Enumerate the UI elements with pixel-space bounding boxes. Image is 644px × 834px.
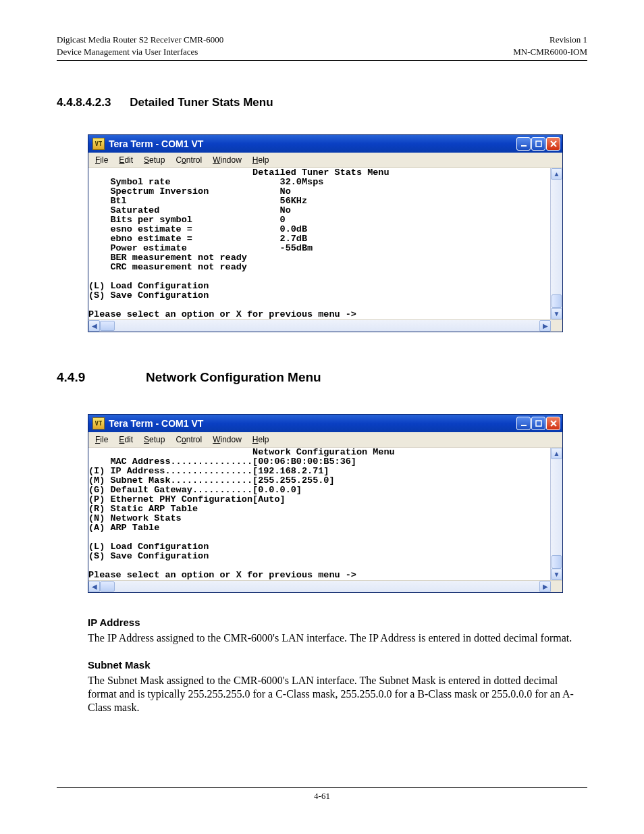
- menu-control[interactable]: Control: [171, 434, 206, 446]
- menu-help[interactable]: Help: [248, 434, 273, 446]
- menu-window[interactable]: Window: [209, 154, 246, 166]
- minimize-button[interactable]: [516, 137, 531, 151]
- svg-rect-3: [536, 421, 541, 426]
- resize-grip[interactable]: [551, 320, 562, 332]
- window-title: Tera Term - COM1 VT: [109, 138, 203, 149]
- svg-rect-0: [521, 145, 527, 147]
- vertical-scrollbar[interactable]: ▲ ▼: [550, 448, 562, 580]
- resize-grip[interactable]: [551, 581, 562, 592]
- section-number: 4.4.8.4.2.3: [57, 96, 111, 109]
- teraterm-icon: VT: [92, 138, 105, 150]
- terminal-output-tuner[interactable]: Detailed Tuner Stats Menu Symbol rate 32…: [88, 168, 550, 319]
- menu-file[interactable]: File: [91, 154, 112, 166]
- body-text: IP Address The IP Address assigned to th…: [88, 616, 587, 715]
- menu-window[interactable]: Window: [209, 434, 246, 446]
- scroll-right-button[interactable]: ▶: [539, 581, 551, 592]
- horizontal-scrollbar[interactable]: ◀ ▶: [88, 580, 562, 592]
- horizontal-scrollbar[interactable]: ◀ ▶: [88, 319, 562, 332]
- section-heading-network-config: 4.4.9 Network Configuration Menu: [57, 370, 587, 385]
- section-title: Detailed Tuner Stats Menu: [130, 96, 273, 109]
- footer-rule: [57, 787, 587, 788]
- scroll-down-button[interactable]: ▼: [551, 569, 562, 580]
- page-number: 4-61: [314, 791, 330, 801]
- terminal-output-network[interactable]: Network Configuration Menu MAC Address..…: [88, 448, 550, 580]
- window-titlebar[interactable]: VT Tera Term - COM1 VT: [88, 134, 563, 153]
- menu-edit[interactable]: Edit: [115, 434, 137, 446]
- menu-control[interactable]: Control: [171, 154, 206, 166]
- scroll-left-button[interactable]: ◀: [88, 320, 100, 332]
- scroll-up-button[interactable]: ▲: [551, 448, 562, 459]
- scroll-left-button[interactable]: ◀: [88, 581, 100, 592]
- header-left-line1: Digicast Media Router S2 Receiver CMR-60…: [57, 34, 223, 45]
- scroll-thumb[interactable]: [552, 555, 562, 569]
- menu-help[interactable]: Help: [248, 154, 273, 166]
- section-title: Network Configuration Menu: [146, 370, 321, 385]
- section-number: 4.4.9: [57, 370, 127, 385]
- header-right-line2: MN-CMR6000-IOM: [513, 47, 587, 57]
- ip-address-description: The IP Address assigned to the CMR-6000'…: [88, 631, 587, 645]
- header-right-line1: Revision 1: [549, 34, 587, 45]
- hscroll-thumb[interactable]: [100, 581, 115, 592]
- scroll-up-button[interactable]: ▲: [551, 168, 562, 180]
- teraterm-window-network: VT Tera Term - COM1 VT File Edit Setup C…: [88, 414, 563, 593]
- close-button[interactable]: [546, 417, 560, 430]
- svg-rect-1: [536, 141, 541, 147]
- window-title: Tera Term - COM1 VT: [109, 418, 203, 429]
- section-heading-tuner-stats: 4.4.8.4.2.3 Detailed Tuner Stats Menu: [57, 96, 587, 109]
- teraterm-icon: VT: [92, 417, 105, 429]
- scroll-right-button[interactable]: ▶: [539, 320, 551, 332]
- minimize-button[interactable]: [516, 417, 531, 430]
- ip-address-heading: IP Address: [88, 617, 140, 628]
- hscroll-thumb[interactable]: [100, 321, 115, 331]
- close-button[interactable]: [546, 137, 560, 151]
- menubar: File Edit Setup Control Window Help: [88, 153, 562, 168]
- vertical-scrollbar[interactable]: ▲ ▼: [550, 168, 562, 319]
- menu-setup[interactable]: Setup: [140, 434, 169, 446]
- menubar: File Edit Setup Control Window Help: [88, 432, 562, 448]
- menu-edit[interactable]: Edit: [115, 154, 137, 166]
- teraterm-window-tuner: VT Tera Term - COM1 VT File Edit Setup C…: [88, 134, 563, 332]
- svg-rect-2: [521, 425, 527, 426]
- scroll-down-button[interactable]: ▼: [551, 308, 562, 319]
- header-left-line2: Device Management via User Interfaces: [57, 47, 198, 57]
- menu-setup[interactable]: Setup: [140, 154, 169, 166]
- window-titlebar[interactable]: VT Tera Term - COM1 VT: [88, 414, 563, 432]
- header-rule: [57, 60, 587, 61]
- maximize-button[interactable]: [531, 137, 545, 151]
- page-footer: 4-61: [57, 787, 587, 802]
- maximize-button[interactable]: [531, 417, 545, 430]
- scroll-thumb[interactable]: [552, 294, 562, 308]
- menu-file[interactable]: File: [91, 434, 112, 446]
- subnet-mask-heading: Subnet Mask: [88, 659, 151, 671]
- subnet-mask-description: The Subnet Mask assigned to the CMR-6000…: [88, 674, 587, 715]
- page-header: Digicast Media Router S2 Receiver CMR-60…: [57, 34, 587, 57]
